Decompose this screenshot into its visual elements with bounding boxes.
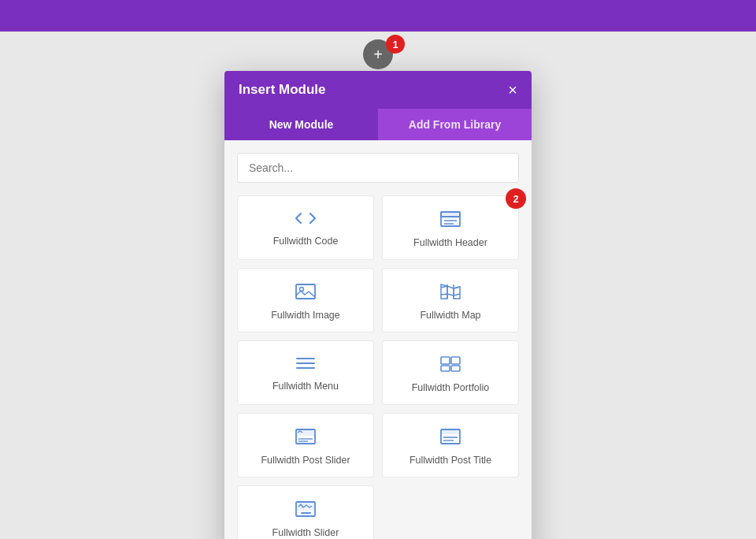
modal-title: Insert Module [239, 82, 326, 98]
search-input[interactable] [237, 153, 519, 183]
menu-icon [295, 355, 317, 374]
svg-marker-7 [454, 287, 460, 299]
module-fullwidth-menu[interactable]: Fullwidth Menu [237, 340, 374, 405]
module-label: Fullwidth Image [271, 310, 340, 321]
modal-body: Fullwidth Code 2 Fullwidth Header [224, 140, 532, 539]
page-content: + 1 Insert Module × New Module Add From … [0, 32, 756, 539]
modal-tabs: New Module Add From Library [224, 109, 532, 140]
module-fullwidth-map[interactable]: Fullwidth Map [382, 268, 519, 333]
tab-new-module[interactable]: New Module [224, 109, 378, 140]
module-fullwidth-header[interactable]: 2 Fullwidth Header [382, 195, 519, 260]
header-icon [439, 210, 461, 231]
portfolio-icon [439, 355, 461, 376]
post-title-icon [439, 428, 461, 448]
svg-rect-11 [441, 357, 450, 364]
module-fullwidth-slider[interactable]: Fullwidth Slider [237, 485, 374, 539]
module-label: Fullwidth Post Title [410, 455, 491, 466]
module-label: Fullwidth Portfolio [412, 382, 490, 393]
badge-1: 1 [386, 35, 405, 54]
code-icon [295, 210, 317, 229]
svg-rect-1 [441, 212, 460, 217]
svg-rect-20 [441, 429, 460, 434]
module-label: Fullwidth Menu [272, 381, 339, 392]
svg-rect-14 [451, 366, 460, 371]
post-slider-icon [295, 428, 317, 448]
module-label: Fullwidth Map [420, 310, 480, 321]
search-container [237, 153, 519, 183]
badge-2: 2 [506, 188, 526, 209]
module-fullwidth-post-title[interactable]: Fullwidth Post Title [382, 413, 519, 478]
module-fullwidth-portfolio[interactable]: Fullwidth Portfolio [382, 340, 519, 405]
module-fullwidth-code[interactable]: Fullwidth Code [237, 195, 374, 260]
modal-header: Insert Module × [224, 71, 532, 109]
image-icon [295, 283, 317, 303]
svg-rect-4 [296, 284, 315, 299]
svg-rect-13 [441, 366, 450, 371]
modal-close-button[interactable]: × [508, 82, 517, 98]
module-label: Fullwidth Slider [272, 527, 339, 538]
map-icon [439, 283, 461, 303]
slider-icon [295, 500, 317, 521]
module-fullwidth-post-slider[interactable]: Fullwidth Post Slider [237, 413, 374, 478]
modules-grid: Fullwidth Code 2 Fullwidth Header [237, 195, 519, 539]
tab-add-from-library[interactable]: Add From Library [378, 109, 532, 140]
insert-module-modal: Insert Module × New Module Add From Libr… [224, 71, 532, 539]
top-bar [0, 0, 756, 32]
module-fullwidth-image[interactable]: Fullwidth Image [237, 268, 374, 333]
plus-icon: + [373, 46, 383, 64]
module-label: Fullwidth Code [273, 236, 339, 247]
svg-rect-12 [451, 357, 460, 364]
module-label: Fullwidth Header [413, 237, 487, 248]
svg-rect-16 [296, 429, 315, 436]
module-label: Fullwidth Post Slider [261, 455, 350, 466]
